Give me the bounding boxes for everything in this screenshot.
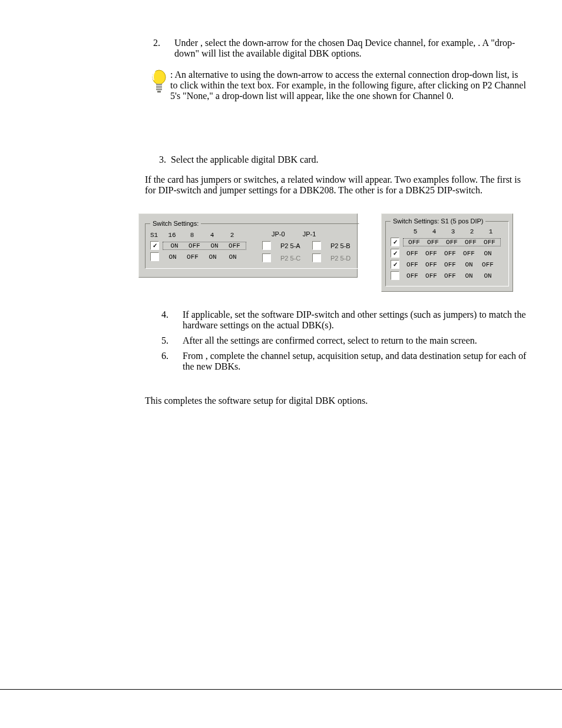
- s1-h-4: 4: [202, 232, 222, 239]
- paragraph-1: If the card has jumpers or switches, a r…: [145, 174, 527, 196]
- step5-t2: to return to the: [371, 335, 429, 345]
- tip-lead: : An alternative to using the: [170, 70, 277, 80]
- p25b-label: P2 5-B: [330, 242, 354, 249]
- step6-t1: From: [183, 351, 206, 361]
- s1b-r1-c2: OFF: [424, 239, 442, 246]
- s1b-r3-c2: OFF: [422, 261, 441, 268]
- s1b-h1: 1: [481, 228, 500, 235]
- step2-t1a: Under: [174, 38, 200, 48]
- s1-r1-c4: OFF: [224, 242, 244, 249]
- step2-t1b: , select the: [200, 38, 243, 48]
- closing-paragraph: This completes the software setup for di…: [145, 396, 527, 406]
- step-2-number: 2.: [153, 38, 174, 48]
- s1-r2-c4: ON: [223, 253, 243, 261]
- step-2-body: Under , select the down-arrow for the ch…: [174, 38, 527, 59]
- s1b-r3-c3: OFF: [441, 261, 459, 268]
- p25c-checkbox[interactable]: [262, 253, 271, 262]
- step-4-number: 4.: [161, 309, 183, 320]
- s1-r1-c1: ON: [164, 242, 184, 249]
- dbk25-legend: Switch Settings: S1 (5 pos DIP): [391, 218, 485, 225]
- step-3-number: 3.: [159, 154, 171, 165]
- p25a-label: P2 5-A: [280, 242, 304, 249]
- step-5-body: After all the settings are confirmed cor…: [183, 335, 527, 346]
- dbk208-legend: Switch Settings:: [150, 220, 201, 227]
- s1b-r2-c1: OFF: [403, 250, 422, 257]
- s1b-cb-row2[interactable]: [391, 249, 399, 258]
- svg-rect-2: [156, 86, 162, 88]
- s1-r1-c3: ON: [204, 242, 224, 249]
- s1b-r3-c5: OFF: [478, 261, 497, 268]
- svg-rect-4: [157, 91, 161, 93]
- s1b-r1-c3: OFF: [442, 239, 461, 246]
- s1-r1-c2: OFF: [184, 242, 204, 249]
- s1b-h2: 2: [462, 228, 481, 235]
- svg-rect-1: [156, 84, 162, 85]
- s1b-cb-row1[interactable]: [391, 238, 399, 246]
- s1-h-2: 2: [222, 232, 242, 239]
- dbk208-panel: Switch Settings: S1 16 8 4 2: [138, 213, 358, 278]
- dbk25-fieldset: Switch Settings: S1 (5 pos DIP) 5 4 3 2 …: [385, 218, 509, 286]
- step-4-body: If applicable, set the software DIP-swit…: [183, 309, 527, 331]
- p25b-checkbox[interactable]: [312, 241, 321, 250]
- step-6-number: 6.: [161, 351, 183, 361]
- s1-r2-c1: ON: [163, 253, 183, 261]
- s1-h-8: 8: [182, 232, 202, 239]
- s1b-r4-c5: ON: [478, 272, 497, 279]
- s1b-r2-c5: ON: [478, 250, 497, 257]
- p25d-label: P2 5-D: [330, 255, 354, 262]
- s1b-r3-c1: OFF: [403, 261, 422, 268]
- s1b-r2-c3: OFF: [441, 250, 459, 257]
- p25c-label: P2 5-C: [280, 255, 304, 262]
- jp1-label: JP-1: [303, 230, 316, 238]
- s1b-r2-c4: OFF: [459, 250, 478, 257]
- step-5-number: 5.: [161, 335, 183, 346]
- s1-r2-c2: OFF: [183, 253, 203, 261]
- step5-t3: main screen.: [429, 335, 477, 345]
- s1b-r4-c4: ON: [459, 272, 478, 279]
- s1b-h3: 3: [444, 228, 462, 235]
- p25d-checkbox[interactable]: [312, 253, 321, 262]
- s1-h-16: 16: [162, 232, 182, 239]
- dbk25-panel: Switch Settings: S1 (5 pos DIP) 5 4 3 2 …: [381, 213, 513, 292]
- step5-t1: After all the settings are confirmed cor…: [183, 335, 371, 345]
- step-6-body: From , complete the channel setup, acqui…: [183, 351, 527, 372]
- tip-text: : An alternative to using the down-arrow…: [170, 70, 527, 101]
- s1b-r4-c1: OFF: [403, 272, 422, 279]
- s1b-r1-c1: OFF: [405, 239, 424, 246]
- dbk208-fieldset: Switch Settings: S1 16 8 4 2: [145, 220, 359, 269]
- s1-checkbox-row1[interactable]: [150, 241, 159, 250]
- s1b-cb-row4[interactable]: [391, 271, 399, 280]
- svg-rect-3: [156, 88, 162, 90]
- s1b-r1-c4: OFF: [461, 239, 480, 246]
- s1b-cb-row3[interactable]: [391, 260, 399, 269]
- jp0-label: JP-0: [272, 230, 285, 238]
- s1b-r1-c5: OFF: [480, 239, 499, 246]
- s1-r2-c3: ON: [203, 253, 223, 261]
- step6-t2: , complete the channel setup, acquisitio…: [183, 351, 526, 371]
- s1b-r2-c2: OFF: [422, 250, 441, 257]
- s1b-r3-c4: ON: [459, 261, 478, 268]
- s1b-r4-c3: OFF: [441, 272, 459, 279]
- step2-t1c: down-arrow for the chosen Daq Device cha…: [243, 38, 478, 48]
- lightbulb-icon: [150, 70, 170, 98]
- s1-label: S1: [150, 232, 162, 239]
- s1b-h4: 4: [425, 228, 444, 235]
- step-3-body: Select the applicable digital DBK card.: [171, 154, 527, 165]
- s1b-h5: 5: [406, 228, 425, 235]
- s1b-r4-c2: OFF: [422, 272, 441, 279]
- p25a-checkbox[interactable]: [262, 241, 271, 250]
- s1-checkbox-row2[interactable]: [150, 252, 159, 261]
